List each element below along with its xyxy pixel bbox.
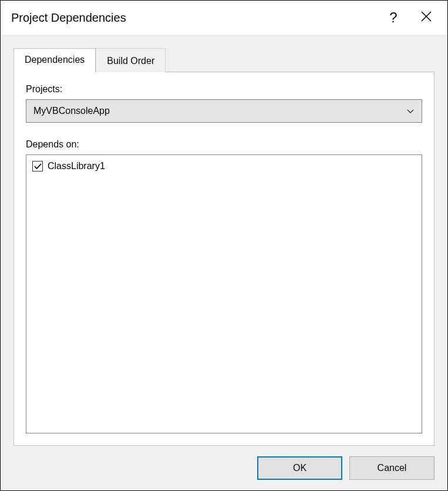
ok-button[interactable]: OK <box>257 456 342 480</box>
close-icon <box>421 11 432 25</box>
button-label: OK <box>293 463 306 473</box>
help-icon: ? <box>389 9 397 26</box>
tab-dependencies[interactable]: Dependencies <box>14 48 96 72</box>
dependency-checkbox[interactable] <box>32 161 43 171</box>
projects-label: Projects: <box>26 84 422 95</box>
tabs-row: Dependencies Build Order <box>14 48 434 72</box>
button-label: Cancel <box>378 463 407 473</box>
close-button[interactable] <box>410 4 443 32</box>
help-button[interactable]: ? <box>377 4 410 32</box>
checkmark-icon <box>34 162 42 171</box>
tab-content: Projects: MyVBConsoleApp Depends on: Cla… <box>14 72 434 446</box>
dependency-label: ClassLibrary1 <box>48 161 105 171</box>
chevron-down-icon <box>406 106 415 116</box>
project-dependencies-dialog: Project Dependencies ? Dependencies Buil… <box>0 0 448 491</box>
depends-on-listbox[interactable]: ClassLibrary1 <box>26 154 422 433</box>
tab-label: Dependencies <box>25 55 85 65</box>
dialog-footer: OK Cancel <box>14 446 434 480</box>
dropdown-selected: MyVBConsoleApp <box>33 106 406 116</box>
dialog-title: Project Dependencies <box>11 11 377 25</box>
projects-dropdown[interactable]: MyVBConsoleApp <box>26 99 422 123</box>
titlebar: Project Dependencies ? <box>1 1 447 35</box>
dialog-body: Dependencies Build Order Projects: MyVBC… <box>1 35 447 490</box>
list-item: ClassLibrary1 <box>32 160 416 173</box>
depends-on-label: Depends on: <box>26 139 422 150</box>
cancel-button[interactable]: Cancel <box>349 456 434 480</box>
tab-build-order[interactable]: Build Order <box>96 48 166 72</box>
tab-label: Build Order <box>107 56 154 66</box>
